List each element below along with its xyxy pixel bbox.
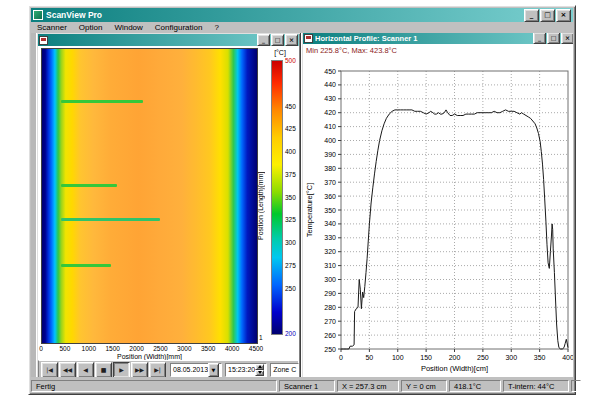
profile-window-icon [304,34,313,43]
heatmap-streak-3 [61,264,110,267]
status-ready: Fertig [31,380,277,392]
profile-minimize-button[interactable]: _ [533,33,546,44]
fast-rewind-button[interactable]: ◀◀ [59,362,76,378]
y-tick-label: 440 [324,81,336,88]
play-back-button[interactable]: ◀ [77,362,94,378]
scan-close-button[interactable]: × [285,34,298,46]
colorbar-tick-350: 350 [285,194,296,201]
colorbar-tick-325: 325 [285,216,296,223]
minimize-button[interactable]: _ [524,9,539,22]
profile-y-axis-label: Temperature[°C] [305,183,314,238]
heatmap-streak-0 [61,100,143,103]
y-tick-label: 250 [324,346,336,353]
menu-item-configuration[interactable]: Configuration [149,23,209,32]
y-tick-label: 380 [324,165,336,172]
x-tick-label: 200 [449,354,461,361]
go-start-button[interactable]: |◀ [41,362,58,378]
x-tick-label: 350 [534,354,546,361]
zone-value: Zone C [273,366,296,373]
spin-down-icon[interactable] [255,370,264,376]
scan-image-window: _ □ × 0500100015002000250030003500400045… [36,33,301,377]
profile-window-title: Horizontal Profile: Scanner 1 [315,34,532,43]
colorbar-tick-400: 400 [285,148,296,155]
menu-item-window[interactable]: Window [108,23,148,32]
heatmap-y-axis-label: Position (Length)[mm] [257,106,264,306]
scan-window-icon [39,36,48,45]
profile-window-content: Min 225.8°C, Max: 423.8°C 05010015020025… [303,44,573,377]
stop-button[interactable]: ■ [95,362,112,378]
spinner-buttons [255,364,264,376]
go-end-button[interactable]: ▶| [149,362,166,378]
y-tick-label: 270 [324,318,336,325]
profile-close-button[interactable]: × [561,33,573,44]
heatmap-x-axis-ticks: 050010001500200025003000350040004500 [41,345,258,353]
y-tick-label: 410 [324,123,336,130]
profile-window-titlebar: Horizontal Profile: Scanner 1 _ □ × [303,33,573,44]
main-titlebar: ScanView Pro _ □ × [31,8,573,22]
status-pane-3: 418.1°C [449,380,501,392]
date-value: 08.05.2013 [173,366,208,373]
colorbar-tick-275: 275 [285,262,296,269]
y-tick-label: 370 [324,179,336,186]
horizontal-profile-window: Horizontal Profile: Scanner 1 _ □ × Min … [301,33,573,377]
scan-toolbar: |◀◀◀◀■▶▶▶▶| 08.05.2013 ▼ 15:23:20 Zone C [38,360,299,377]
y-tick-label: 360 [324,193,336,200]
colorbar-unit-label: [°C] [268,49,292,56]
status-panes: Scanner 1X = 257.3 cmY = 0 cm418.1°CT-in… [279,380,581,392]
colorbar-tick-500: 500 [285,57,296,64]
temperature-colorbar [271,60,283,335]
menu-item-option[interactable]: Option [73,23,109,32]
chevron-down-icon[interactable]: ▼ [208,363,219,377]
time-spinner[interactable]: 15:23:20 [225,363,267,377]
colorbar-tick-375: 375 [285,171,296,178]
colorbar-tick-425: 425 [285,125,296,132]
status-pane-0: Scanner 1 [279,380,335,392]
colorbar-tick-200: 200 [285,330,296,337]
scan-window-content: 050010001500200025003000350040004500 Pos… [38,46,299,377]
heatmap-streak-1 [61,184,117,187]
y-tick-label: 390 [324,151,336,158]
desktop: ScanView Pro _ □ × ScannerOptionWindowCo… [0,0,600,400]
playback-buttons: |◀◀◀◀■▶▶▶▶| [41,362,167,378]
y-tick-label: 290 [324,290,336,297]
status-pane-4: T-intern: 44°C [503,380,569,392]
x-tick-label: 50 [365,354,373,361]
zone-field[interactable]: Zone C [270,363,299,377]
menu-item-[interactable]: ? [208,23,224,32]
y-tick-label: 400 [324,137,336,144]
y-tick-label: 320 [324,248,336,255]
statusbar: Fertig Scanner 1X = 257.3 cmY = 0 cm418.… [31,379,573,392]
time-value: 15:23:20 [228,366,255,373]
menu-item-scanner[interactable]: Scanner [31,23,73,32]
date-picker[interactable]: 08.05.2013 ▼ [170,363,222,377]
heatmap-x-axis-label: Position (Width)[mm] [41,353,258,360]
x-tick-label: 0 [339,354,343,361]
status-pane-1: X = 257.3 cm [337,380,399,392]
y-tick-label: 420 [324,109,336,116]
profile-chart: 0501001502002503003504002502602702802903… [303,44,573,377]
heatmap-y-tick: 1 [259,334,263,341]
profile-x-axis-label: Position (Width)[cm] [421,364,488,373]
y-tick-label: 260 [324,332,336,339]
app-icon [33,10,43,20]
close-button[interactable]: × [556,9,571,22]
colorbar-tick-300: 300 [285,239,296,246]
y-tick-label: 430 [324,95,336,102]
colorbar-tick-450: 450 [285,103,296,110]
profile-maximize-button[interactable]: □ [547,33,560,44]
colorbar-tick-250: 250 [285,285,296,292]
scanview-pro-window: ScanView Pro _ □ × ScannerOptionWindowCo… [28,5,576,395]
x-tick-label: 400 [562,354,573,361]
status-pane-2: Y = 0 cm [401,380,447,392]
x-tick-label: 250 [477,354,489,361]
status-pane-empty [571,380,581,392]
profile-curve [341,110,568,349]
scan-minimize-button[interactable]: _ [257,34,270,46]
fast-forward-button[interactable]: ▶▶ [131,362,148,378]
y-tick-label: 330 [324,234,336,241]
play-button[interactable]: ▶ [113,362,130,378]
scan-maximize-button[interactable]: □ [271,34,284,46]
y-tick-label: 340 [324,220,336,227]
maximize-button[interactable]: □ [540,9,555,22]
heatmap-x-tick: 4500 [241,345,271,352]
